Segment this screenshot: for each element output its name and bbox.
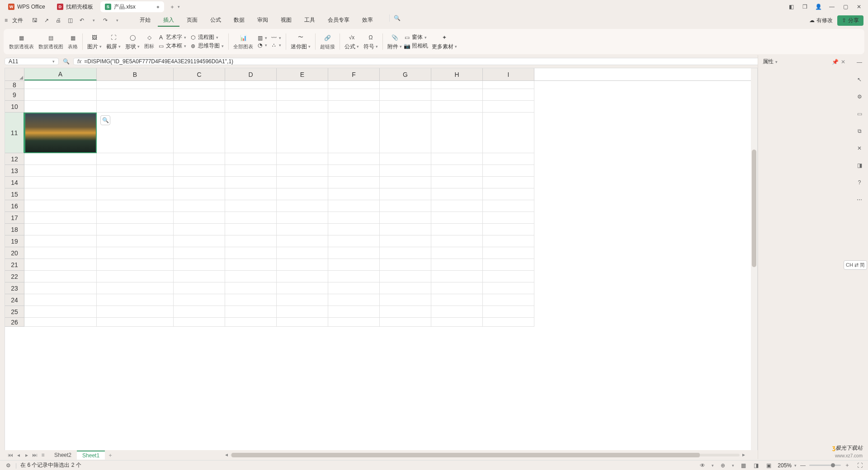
equation-button[interactable]: √x公式▾ xyxy=(344,33,359,51)
cell-E12[interactable] xyxy=(277,153,328,165)
cell-G22[interactable] xyxy=(380,271,431,282)
select-all-corner[interactable] xyxy=(5,68,24,80)
row-header-23[interactable]: 23 xyxy=(5,282,24,294)
cell-D10[interactable] xyxy=(225,101,277,113)
column-header-I[interactable]: I xyxy=(483,68,534,80)
column-header-D[interactable]: D xyxy=(225,68,277,80)
cell-B24[interactable] xyxy=(97,294,174,306)
zoom-out-icon[interactable]: — xyxy=(799,462,807,469)
cell-B9[interactable] xyxy=(97,89,174,101)
embedded-image[interactable] xyxy=(24,113,97,153)
redo-dropdown[interactable]: ▾ xyxy=(113,17,121,24)
cell-E13[interactable] xyxy=(277,165,328,177)
cell-D17[interactable] xyxy=(225,212,277,224)
cell-I20[interactable] xyxy=(483,247,534,259)
cell-A9[interactable] xyxy=(24,89,97,101)
cell-E25[interactable] xyxy=(277,306,328,318)
cell-B22[interactable] xyxy=(97,271,174,282)
cell-I24[interactable] xyxy=(483,294,534,306)
cell-C16[interactable] xyxy=(174,200,225,212)
dock-icon[interactable]: ◨ xyxy=(855,161,864,170)
cell-A14[interactable] xyxy=(24,177,97,188)
cube-icon[interactable]: ❒ xyxy=(801,3,808,10)
cell-D12[interactable] xyxy=(225,153,277,165)
cell-F15[interactable] xyxy=(328,188,380,200)
camera-button[interactable]: 📷照相机 xyxy=(404,42,428,50)
cell-F8[interactable] xyxy=(328,81,380,89)
cell-C20[interactable] xyxy=(174,247,225,259)
zoom-slider[interactable] xyxy=(809,465,841,466)
hscroll-left[interactable]: ◂ xyxy=(223,451,230,458)
sheet-nav-first[interactable]: ⏮ xyxy=(7,452,14,458)
cell-B23[interactable] xyxy=(97,282,174,294)
cell-H21[interactable] xyxy=(431,259,483,271)
zoom-level[interactable]: 205% xyxy=(778,462,792,469)
cell-E10[interactable] xyxy=(277,101,328,113)
fullscreen-icon[interactable]: ⛶ xyxy=(856,462,863,469)
pane-title-dropdown[interactable]: ▾ xyxy=(775,60,778,64)
cursor-icon[interactable]: ↖ xyxy=(855,75,864,84)
tab-insert[interactable]: 插入 xyxy=(158,14,179,27)
cell-G8[interactable] xyxy=(380,81,431,89)
cell-H16[interactable] xyxy=(431,200,483,212)
cell-G10[interactable] xyxy=(380,101,431,113)
cell-F25[interactable] xyxy=(328,306,380,318)
cell-B10[interactable] xyxy=(97,101,174,113)
tab-review[interactable]: 审阅 xyxy=(252,14,274,27)
pivot-chart-button[interactable]: ▤数据透视图 xyxy=(38,33,63,50)
cell-A22[interactable] xyxy=(24,271,97,282)
cell-E22[interactable] xyxy=(277,271,328,282)
column-header-B[interactable]: B xyxy=(97,68,174,80)
cell-D20[interactable] xyxy=(225,247,277,259)
cell-A20[interactable] xyxy=(24,247,97,259)
cell-H20[interactable] xyxy=(431,247,483,259)
cell-E19[interactable] xyxy=(277,235,328,247)
image-zoom-icon[interactable]: 🔍 xyxy=(100,115,110,125)
row-header-15[interactable]: 15 xyxy=(5,188,24,200)
cell-A18[interactable] xyxy=(24,224,97,235)
cell-E9[interactable] xyxy=(277,89,328,101)
cell-G18[interactable] xyxy=(380,224,431,235)
cell-C9[interactable] xyxy=(174,89,225,101)
row-header-18[interactable]: 18 xyxy=(5,224,24,235)
formula-input[interactable]: fx =DISPIMG("ID_9E5A0F777D4F49E4A3E29119… xyxy=(73,58,863,65)
cell-F12[interactable] xyxy=(328,153,380,165)
cell-F18[interactable] xyxy=(328,224,380,235)
cell-B20[interactable] xyxy=(97,247,174,259)
cell-F22[interactable] xyxy=(328,271,380,282)
cell-B17[interactable] xyxy=(97,212,174,224)
cell-F23[interactable] xyxy=(328,282,380,294)
column-header-C[interactable]: C xyxy=(174,68,225,80)
cell-B12[interactable] xyxy=(97,153,174,165)
cell-H14[interactable] xyxy=(431,177,483,188)
tab-efficiency[interactable]: 效率 xyxy=(357,14,378,27)
row-header-8[interactable]: 8 xyxy=(5,81,24,89)
cell-C21[interactable] xyxy=(174,259,225,271)
cell-A8[interactable] xyxy=(24,81,97,89)
redo-icon[interactable]: ↷ xyxy=(102,17,109,24)
cell-F13[interactable] xyxy=(328,165,380,177)
cell-C8[interactable] xyxy=(174,81,225,89)
cell-B19[interactable] xyxy=(97,235,174,247)
cell-I18[interactable] xyxy=(483,224,534,235)
tab-formula[interactable]: 公式 xyxy=(205,14,226,27)
cell-G19[interactable] xyxy=(380,235,431,247)
sheet-nav-prev[interactable]: ◂ xyxy=(15,452,22,458)
cell-D15[interactable] xyxy=(225,188,277,200)
cell-D13[interactable] xyxy=(225,165,277,177)
tab-start[interactable]: 开始 xyxy=(134,14,156,27)
ime-indicator[interactable]: CH ⇄ 简 xyxy=(844,260,867,270)
tools-icon[interactable]: ✕ xyxy=(855,144,864,153)
cell-E21[interactable] xyxy=(277,259,328,271)
cell-A25[interactable] xyxy=(24,306,97,318)
cell-G20[interactable] xyxy=(380,247,431,259)
close-button[interactable]: ✕ xyxy=(855,3,863,10)
cell-I14[interactable] xyxy=(483,177,534,188)
cell-H12[interactable] xyxy=(431,153,483,165)
cell-G14[interactable] xyxy=(380,177,431,188)
window-multiwin-icon[interactable]: ◧ xyxy=(788,3,795,10)
cell-H19[interactable] xyxy=(431,235,483,247)
scrollbar-thumb[interactable] xyxy=(752,150,756,267)
all-charts-button[interactable]: 📊全部图表 xyxy=(233,33,253,50)
cell-H24[interactable] xyxy=(431,294,483,306)
